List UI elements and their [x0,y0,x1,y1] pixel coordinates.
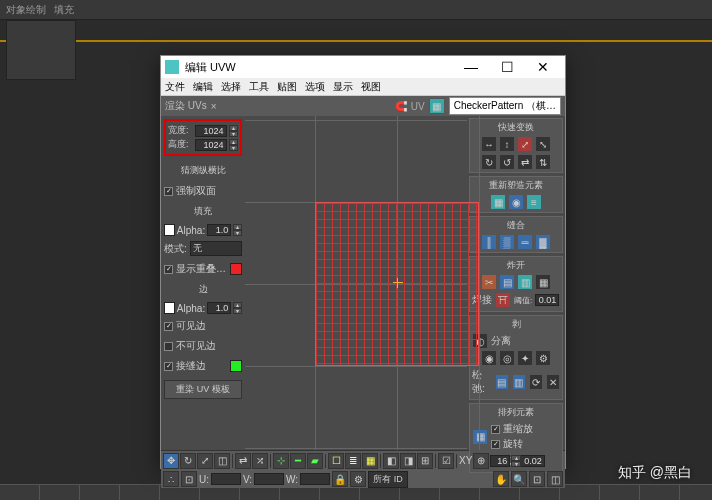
pack-icon[interactable]: ▦ [472,429,488,445]
snap-icon[interactable]: ⊡ [181,471,197,487]
u-input[interactable] [211,473,241,485]
stitch-icon[interactable]: ║ [481,234,497,250]
explode-icon[interactable]: ▤ [499,274,515,290]
flip-icon[interactable]: ⇄ [517,154,533,170]
force-2sided-check[interactable] [164,187,173,196]
snap-icon[interactable]: ∴ [163,471,179,487]
magnet-icon[interactable]: 🧲 [395,101,407,112]
visible-edge-check[interactable] [164,322,173,331]
axis-lock[interactable]: ⊕ [473,453,489,469]
reshape-icon[interactable]: ▦ [490,194,506,210]
menu-edit[interactable]: 编辑 [193,80,213,94]
seam-color[interactable] [230,360,242,372]
misc-tool[interactable]: ◨ [400,453,416,469]
stitch-icon[interactable]: ▒ [499,234,515,250]
sel-tool[interactable]: ☐ [328,453,344,469]
menu-mapping[interactable]: 贴图 [277,80,297,94]
stitch-icon[interactable]: ▓ [535,234,551,250]
zoom-region-icon[interactable]: ◫ [547,471,563,487]
height-input[interactable] [195,139,227,151]
scale-tool[interactable]: ⤢ [197,453,213,469]
align-icon[interactable]: ⤢ [517,136,533,152]
explode-icon[interactable]: ▦ [535,274,551,290]
alpha-input[interactable] [207,224,231,236]
mirror-tool[interactable]: ⤮ [252,453,268,469]
minimize-button[interactable]: — [453,57,489,77]
num-input[interactable] [490,455,510,467]
rotate-tool[interactable]: ↻ [180,453,196,469]
edge-color-swatch[interactable] [164,302,175,314]
width-input[interactable] [195,125,227,137]
mirror-tool[interactable]: ⇄ [235,453,251,469]
checker-dropdown[interactable]: CheckerPattern （棋… [449,97,561,115]
zoom-extent-icon[interactable]: ⊡ [529,471,545,487]
id-dropdown[interactable]: 所有 ID [368,471,408,488]
alpha2-input[interactable] [207,302,231,314]
freeform-tool[interactable]: ◫ [214,453,230,469]
relax-icon[interactable]: ▥ [512,374,526,390]
sel-tool[interactable]: ▦ [362,453,378,469]
weld-input[interactable] [535,294,559,306]
menu-options[interactable]: 选项 [305,80,325,94]
mode-edge[interactable]: ━ [290,453,306,469]
weld-icon[interactable]: ⛩ [495,292,511,308]
mode-dropdown[interactable]: 无 [190,241,242,256]
flip-icon[interactable]: ⇅ [535,154,551,170]
maximize-button[interactable]: ☐ [489,57,525,77]
menu-tools[interactable]: 工具 [249,80,269,94]
align-icon[interactable]: ⤡ [535,136,551,152]
show-overlap-check[interactable] [164,265,173,274]
rerender-button[interactable]: 重染 UV 模板 [164,380,242,399]
explode-icon[interactable]: ✂ [481,274,497,290]
misc-tool[interactable]: ⊞ [417,453,433,469]
peel-tool-icon[interactable]: ◎ [499,350,515,366]
overlap-color[interactable] [230,263,242,275]
reshape-icon[interactable]: ◉ [508,194,524,210]
spin-down[interactable]: ▾ [233,230,242,236]
misc-tool[interactable]: ☑ [438,453,454,469]
move-tool[interactable]: ✥ [163,453,179,469]
relax-icon[interactable]: ▤ [495,374,509,390]
misc-tool[interactable]: ◧ [383,453,399,469]
explode-icon[interactable]: ▥ [517,274,533,290]
peel-tool-icon[interactable]: ⚙ [535,350,551,366]
relax-icon[interactable]: ⟳ [529,374,543,390]
align-icon[interactable]: ↔ [481,136,497,152]
rotate-icon[interactable]: ↻ [481,154,497,170]
guess-aspect-label[interactable]: 猜测纵横比 [164,164,242,177]
invisible-edge-check[interactable] [164,342,173,351]
reshape-icon[interactable]: ≡ [526,194,542,210]
uv-viewport[interactable] [245,116,467,450]
rescale-check[interactable] [491,425,500,434]
rotate-check[interactable] [491,440,500,449]
menu-view[interactable]: 视图 [361,80,381,94]
close-button[interactable]: ✕ [525,57,561,77]
sel-tool[interactable]: ≣ [345,453,361,469]
seam-edge-check[interactable] [164,362,173,371]
bg-tab[interactable]: 填充 [54,3,74,17]
mode-face[interactable]: ▰ [307,453,323,469]
spin-down[interactable]: ▾ [229,131,238,137]
lock-icon[interactable]: 🔒 [332,471,348,487]
peel-tool-icon[interactable]: ◉ [481,350,497,366]
w-input[interactable] [300,473,330,485]
pan-icon[interactable]: ✋ [493,471,509,487]
spin-down[interactable]: ▾ [233,308,242,314]
peel-tool-icon[interactable]: ✦ [517,350,533,366]
relax-icon[interactable]: ✕ [546,374,560,390]
v-input[interactable] [254,473,284,485]
bg-tab[interactable]: 对象绘制 [6,3,46,17]
fill-color-swatch[interactable] [164,224,175,236]
mode-vertex[interactable]: ⊹ [273,453,289,469]
menu-file[interactable]: 文件 [165,80,185,94]
menu-select[interactable]: 选择 [221,80,241,94]
rotate-icon[interactable]: ↺ [499,154,515,170]
panel-close-icon[interactable]: × [211,101,221,112]
menu-display[interactable]: 显示 [333,80,353,94]
checker-icon[interactable]: ▦ [429,98,445,114]
align-icon[interactable]: ↕ [499,136,515,152]
spin-down[interactable]: ▾ [229,145,238,151]
options-icon[interactable]: ⚙ [350,471,366,487]
stitch-icon[interactable]: ═ [517,234,533,250]
zoom-icon[interactable]: 🔍 [511,471,527,487]
